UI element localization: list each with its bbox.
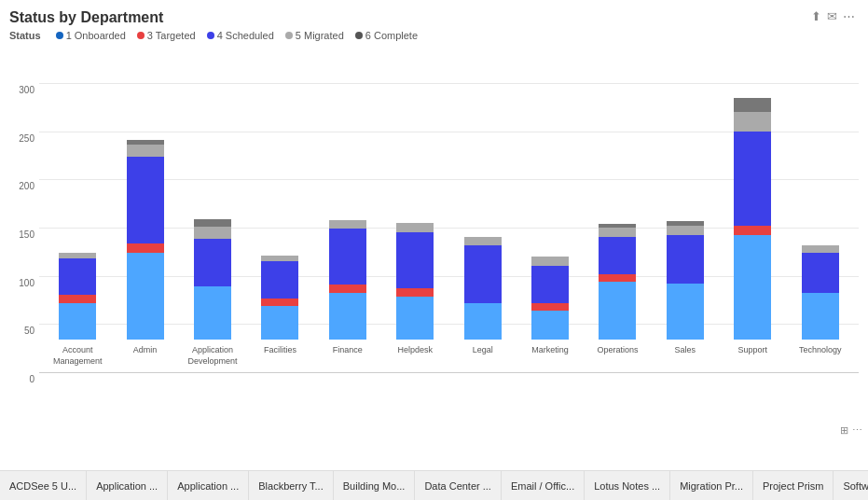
bar-stack-0 — [59, 253, 96, 340]
bar-label-7: Marketing — [531, 345, 569, 373]
bar-segment-migrated[interactable] — [396, 223, 434, 232]
bar-segment-migrated[interactable] — [667, 226, 704, 235]
bar-segment-onboarded[interactable] — [59, 303, 96, 340]
main-container: ⬆ ✉ ⋯ Status by Department Status 1 Onbo… — [0, 0, 868, 500]
bar-segment-scheduled[interactable] — [194, 239, 231, 287]
bar-segment-migrated[interactable] — [127, 145, 164, 156]
legend-item-scheduled: 4 Scheduled — [207, 30, 274, 41]
tab-dataCenter[interactable]: Data Center ... — [415, 471, 502, 500]
bar-segment-complete[interactable] — [194, 219, 231, 227]
bar-segment-scheduled[interactable] — [734, 132, 771, 226]
x-axis-line — [39, 372, 859, 373]
bar-label-0: Account Management — [53, 345, 103, 373]
bar-segment-targeted[interactable] — [127, 243, 164, 253]
bar-segment-migrated[interactable] — [599, 228, 636, 237]
bar-segment-onboarded[interactable] — [127, 253, 164, 340]
bar-segment-migrated[interactable] — [734, 112, 771, 132]
y-tick-250: 250 — [19, 132, 34, 143]
tab-application1[interactable]: Application ... — [87, 471, 168, 500]
bar-stack-7 — [531, 257, 569, 340]
bar-label-4: Finance — [333, 345, 363, 373]
bar-segment-migrated[interactable] — [531, 257, 569, 266]
bars-container: Account ManagementAdminApplication Devel… — [39, 47, 859, 373]
y-tick-0: 0 — [29, 374, 34, 384]
y-tick-150: 150 — [19, 229, 34, 240]
bar-label-11: Technology — [799, 345, 842, 373]
bottom-right-icons: ⊞ ⋯ — [840, 424, 862, 437]
bar-segment-onboarded[interactable] — [261, 306, 298, 340]
bar-label-5: Helpdesk — [397, 345, 433, 373]
bar-segment-scheduled[interactable] — [59, 258, 96, 295]
y-axis: 300 250 200 150 100 50 0 — [9, 47, 39, 410]
bar-group-10: Support — [728, 98, 777, 373]
bar-stack-10 — [734, 98, 771, 340]
bar-segment-targeted[interactable] — [531, 303, 569, 311]
bar-segment-scheduled[interactable] — [531, 266, 569, 302]
tab-migrationPr[interactable]: Migration Pr... — [670, 471, 753, 500]
legend-item-targeted: 3 Targeted — [137, 30, 196, 41]
bar-segment-onboarded[interactable] — [329, 293, 366, 340]
y-tick-200: 200 — [19, 181, 34, 191]
y-tick-100: 100 — [19, 277, 34, 287]
tab-lotusNotes[interactable]: Lotus Notes ... — [585, 471, 670, 500]
bar-segment-targeted[interactable] — [329, 285, 366, 293]
bar-segment-onboarded[interactable] — [396, 297, 434, 340]
bar-segment-onboarded[interactable] — [667, 284, 704, 340]
bar-segment-migrated[interactable] — [464, 237, 502, 244]
bar-segment-onboarded[interactable] — [194, 286, 231, 340]
bar-segment-scheduled[interactable] — [802, 253, 839, 293]
bar-label-1: Admin — [133, 345, 158, 373]
bar-stack-9 — [667, 221, 704, 340]
tab-projectPrism[interactable]: Project Prism — [753, 471, 834, 500]
bar-segment-onboarded[interactable] — [599, 282, 636, 340]
bar-segment-scheduled[interactable] — [261, 261, 298, 298]
bar-group-5: Helpdesk — [391, 223, 439, 373]
share-icon[interactable]: ⬆ — [811, 9, 821, 23]
tab-blackberry[interactable]: Blackberry T... — [249, 471, 334, 500]
tab-building[interactable]: Building Mo... — [334, 471, 416, 500]
more-icon[interactable]: ⋯ — [843, 9, 855, 23]
bar-segment-targeted[interactable] — [59, 295, 96, 302]
bar-segment-targeted[interactable] — [261, 299, 298, 306]
bar-group-0: Account Management — [53, 253, 102, 373]
bar-segment-targeted[interactable] — [396, 288, 434, 296]
bar-segment-onboarded[interactable] — [464, 303, 502, 340]
bar-segment-scheduled[interactable] — [599, 237, 636, 273]
bar-segment-scheduled[interactable] — [127, 157, 164, 243]
bar-segment-onboarded[interactable] — [734, 235, 771, 340]
subscribe-icon[interactable]: ✉ — [827, 9, 837, 23]
bottom-tabs: ACDSee 5 U...Application ...Application … — [0, 470, 868, 500]
tab-emailOffice[interactable]: Email / Offic... — [502, 471, 585, 500]
bar-group-1: Admin — [121, 140, 170, 373]
legend-item-onboarded: 1 Onboarded — [56, 30, 126, 41]
tab-acdSee[interactable]: ACDSee 5 U... — [0, 471, 87, 500]
bar-segment-scheduled[interactable] — [329, 229, 366, 285]
bar-stack-3 — [261, 256, 298, 340]
y-tick-300: 300 — [19, 85, 34, 95]
options-icon[interactable]: ⋯ — [852, 424, 862, 437]
bar-segment-scheduled[interactable] — [396, 232, 434, 288]
bar-group-8: Operations — [593, 224, 641, 373]
bar-segment-scheduled[interactable] — [464, 245, 502, 303]
bar-segment-targeted[interactable] — [599, 274, 636, 282]
bar-segment-targeted[interactable] — [734, 226, 771, 235]
y-tick-50: 50 — [24, 326, 34, 336]
bar-segment-scheduled[interactable] — [667, 235, 704, 284]
bar-stack-4 — [329, 220, 366, 340]
bar-stack-8 — [599, 224, 636, 340]
bar-label-8: Operations — [597, 345, 638, 373]
bar-segment-complete[interactable] — [734, 98, 771, 113]
bar-segment-onboarded[interactable] — [802, 293, 839, 340]
bar-segment-migrated[interactable] — [194, 227, 231, 238]
tab-softwareAs[interactable]: Software As... — [834, 471, 868, 500]
bar-segment-migrated[interactable] — [802, 245, 839, 253]
bar-group-3: Facilities — [255, 256, 304, 373]
legend: Status 1 Onboarded 3 Targeted 4 Schedule… — [9, 30, 859, 41]
bar-segment-migrated[interactable] — [329, 220, 366, 229]
tab-application2[interactable]: Application ... — [168, 471, 249, 500]
chart-area: ⬆ ✉ ⋯ Status by Department Status 1 Onbo… — [0, 0, 868, 470]
expand-icon[interactable]: ⊞ — [840, 424, 848, 437]
legend-label: Status — [9, 30, 41, 41]
bar-label-3: Facilities — [264, 345, 296, 373]
bar-segment-onboarded[interactable] — [531, 311, 569, 340]
